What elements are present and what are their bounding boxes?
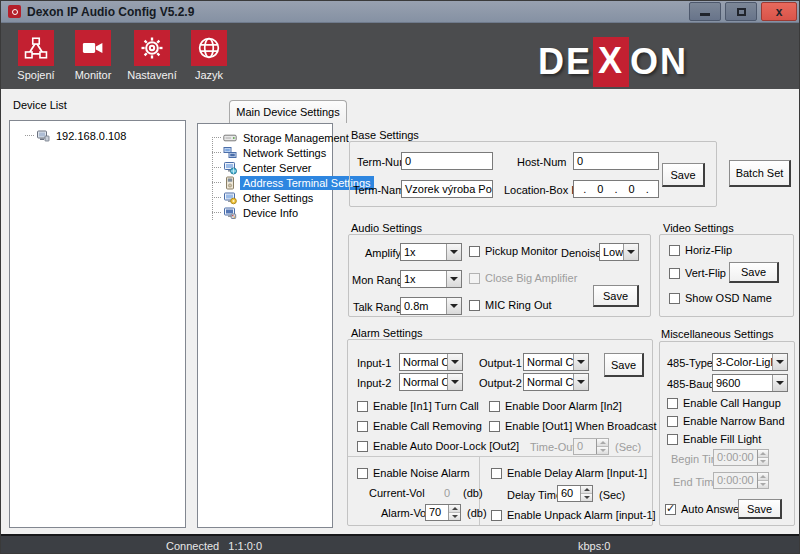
- checkbox-enable-out1-when-broadcast[interactable]: Enable [Out1] When Broadcast: [489, 420, 657, 432]
- 485-baud-value: 9600: [713, 375, 772, 391]
- term-name-value: Vzorek výroba PoE + a: [405, 183, 493, 195]
- checkbox-enable-delay-alarm[interactable]: Enable Delay Alarm [Input-1]: [491, 467, 647, 479]
- checkbox-label: Enable [Out1] When Broadcast: [505, 420, 657, 432]
- device-list-item[interactable]: 192.168.0.108: [16, 128, 185, 143]
- input1-select[interactable]: Normal Open: [399, 353, 463, 371]
- begin-time-value: 0:00:00: [714, 450, 757, 465]
- maximize-icon: [737, 8, 746, 16]
- toolbar-label: Monitor: [67, 69, 119, 81]
- term-name-input[interactable]: Vzorek výroba PoE + a: [401, 180, 493, 198]
- toolbar-label: Jazyk: [183, 69, 235, 81]
- checkbox-horiz-flip[interactable]: Horiz-Flip: [669, 244, 732, 256]
- checkbox-close-big-amplifier: Close Big Amplifier: [469, 272, 577, 284]
- talk-range-select[interactable]: 0.8m: [400, 297, 462, 315]
- group-title-video-settings: Video Settings: [663, 222, 734, 234]
- base-save-button[interactable]: Save: [662, 163, 705, 187]
- delay-time-spinner[interactable]: 60: [557, 485, 593, 502]
- group-title-audio-settings: Audio Settings: [351, 222, 422, 234]
- tree-item-label: Storage Management: [240, 131, 352, 145]
- checkbox-pickup-monitor[interactable]: Pickup Monitor: [469, 245, 558, 257]
- button-label: Save: [741, 266, 766, 278]
- checkbox-show-osd-name[interactable]: Show OSD Name: [669, 292, 772, 304]
- time-out-unit: (Sec): [615, 441, 641, 453]
- tree-item-label: Device Info: [240, 206, 301, 220]
- checkbox-label: Enable Narrow Band: [683, 415, 785, 427]
- misc-save-button[interactable]: Save: [738, 499, 782, 519]
- tree-item-center-server[interactable]: Center Server: [203, 160, 330, 175]
- close-button[interactable]: x: [761, 2, 797, 21]
- checkbox-enable-fill-light[interactable]: Enable Fill Light: [667, 433, 761, 445]
- toolbar-label: Spojení: [10, 69, 62, 81]
- alarm-vol-value: 70: [426, 505, 448, 520]
- output2-select[interactable]: Normal Close: [523, 373, 589, 391]
- time-out-spinner: 0: [573, 438, 609, 455]
- tree-item-label: Center Server: [240, 161, 314, 175]
- toolbar-label: Nastavení: [126, 69, 178, 81]
- checkbox-enable-unpack-alarm[interactable]: Enable Unpack Alarm [input-1]: [491, 509, 656, 521]
- 485-baud-select[interactable]: 9600: [712, 374, 788, 392]
- checkbox-enable-narrow-band[interactable]: Enable Narrow Band: [667, 415, 785, 427]
- term-num-input[interactable]: 0: [401, 152, 493, 170]
- tree-item-storage-management[interactable]: Storage Management: [203, 130, 330, 145]
- checkbox-enable-door-alarm[interactable]: Enable Door Alarm [In2]: [489, 400, 622, 412]
- checkbox-enable-noise-alarm[interactable]: Enable Noise Alarm: [357, 467, 470, 479]
- checkbox-label: Enable Call Hangup: [683, 397, 781, 409]
- logo-x-mark: X: [593, 37, 629, 87]
- checkbox-enable-call-hangup[interactable]: Enable Call Hangup: [667, 397, 781, 409]
- talk-range-value: 0.8m: [401, 298, 446, 314]
- checkbox-box: [667, 398, 678, 409]
- checkbox-enable-in1-turn-call[interactable]: Enable [In1] Turn Call: [357, 400, 479, 412]
- tree-item-other-settings[interactable]: Other Settings: [203, 190, 330, 205]
- location-box-ip-input[interactable]: 0 . 0 . 0 . 0: [573, 180, 659, 198]
- checkbox-enable-auto-door-lock[interactable]: Enable Auto Door-Lock [Out2]: [357, 440, 519, 452]
- denoise-label: Denoise: [561, 247, 601, 259]
- input2-label: Input-2: [357, 377, 391, 389]
- alarm-vol-spinner[interactable]: 70: [425, 504, 461, 521]
- tree-item-device-info[interactable]: Device Info: [203, 205, 330, 220]
- audio-save-button[interactable]: Save: [593, 285, 639, 307]
- chevron-down-icon: [573, 354, 588, 370]
- chevron-down-icon: [447, 354, 462, 370]
- host-num-input[interactable]: 0: [573, 152, 659, 170]
- video-save-button[interactable]: Save: [729, 262, 779, 283]
- network-icon: [223, 146, 237, 160]
- input2-select[interactable]: Normal Open: [399, 373, 463, 391]
- checkbox-label: Auto Answer: [681, 503, 743, 515]
- checkbox-label: Horiz-Flip: [685, 244, 732, 256]
- alarm-vol-unit: (db): [467, 507, 487, 519]
- checkbox-label: Enable Call Removing: [373, 420, 482, 432]
- denoise-select[interactable]: Low: [599, 243, 639, 261]
- checkbox-vert-flip[interactable]: Vert-Flip: [669, 267, 726, 279]
- spinner-arrows-icon[interactable]: [580, 486, 592, 501]
- checkbox-auto-answer[interactable]: Auto Answer: [665, 503, 743, 515]
- mon-range-select[interactable]: 1x: [400, 270, 462, 288]
- toolbar-button-nastaveni[interactable]: Nastavení: [126, 30, 178, 81]
- output1-select[interactable]: Normal Close: [523, 353, 589, 371]
- tree-item-address-terminal-settings[interactable]: Address Terminal Settings: [203, 175, 330, 190]
- spinner-arrows-icon[interactable]: [448, 505, 460, 520]
- other-settings-icon: [223, 191, 237, 205]
- toolbar-button-monitor[interactable]: Monitor: [67, 30, 119, 81]
- amplify-select[interactable]: 1x: [400, 243, 462, 261]
- checkbox-label: Show OSD Name: [685, 292, 772, 304]
- toolbar-button-spojeni[interactable]: Spojení: [10, 30, 62, 81]
- 485-type-value: 3-Color-Light: [713, 354, 772, 370]
- button-label: Save: [611, 359, 636, 371]
- alarm-save-button[interactable]: Save: [604, 353, 644, 377]
- checkbox-enable-call-removing[interactable]: Enable Call Removing: [357, 420, 482, 432]
- tree-item-network-settings[interactable]: Network Settings: [203, 145, 330, 160]
- device-info-icon: [223, 206, 237, 220]
- host-num-label: Host-Num: [517, 156, 567, 168]
- amplify-value: 1x: [401, 244, 446, 260]
- storage-icon: [223, 131, 237, 145]
- input2-value: Normal Open: [400, 374, 447, 390]
- tab-main-device-settings[interactable]: Main Device Settings: [229, 100, 347, 123]
- checkbox-mic-ring-out[interactable]: MIC Ring Out: [469, 299, 552, 311]
- network-nodes-icon: [18, 30, 54, 66]
- 485-type-select[interactable]: 3-Color-Light: [712, 353, 788, 371]
- toolbar-button-jazyk[interactable]: Jazyk: [183, 30, 235, 81]
- batch-set-button[interactable]: Batch Set: [729, 160, 791, 187]
- minimize-button[interactable]: [689, 2, 721, 21]
- maximize-button[interactable]: [725, 2, 757, 21]
- button-label: Save: [670, 169, 695, 181]
